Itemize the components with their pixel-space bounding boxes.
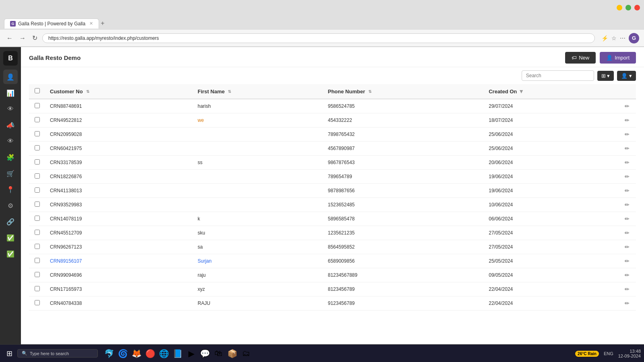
row-checkbox[interactable] xyxy=(35,103,40,108)
import-button[interactable]: 👤 Import xyxy=(600,52,636,64)
tab-close-button[interactable]: ✕ xyxy=(89,21,93,26)
new-tab-button[interactable]: + xyxy=(101,20,104,27)
browser-chrome: G Galla Resto | Powered by Galla ✕ + ← →… xyxy=(0,0,644,47)
search-input[interactable] xyxy=(522,70,594,81)
close-button[interactable] xyxy=(634,5,640,10)
taskbar-chrome[interactable]: 🌐 xyxy=(157,347,170,360)
row-checkbox[interactable] xyxy=(35,230,40,235)
edit-icon[interactable]: ✏ xyxy=(625,159,630,166)
row-checkbox[interactable] xyxy=(35,159,40,165)
phone-number-header[interactable]: Phone Number ⇅ xyxy=(323,84,484,99)
back-button[interactable]: ← xyxy=(5,34,14,43)
taskbar-opera[interactable]: 🔴 xyxy=(144,347,157,360)
edit-icon[interactable]: ✏ xyxy=(625,230,630,236)
edit-icon[interactable]: ✏ xyxy=(625,187,630,194)
edit-icon[interactable]: ✏ xyxy=(625,216,630,222)
row-checkbox[interactable] xyxy=(35,131,40,136)
taskbar-youtube[interactable]: ▶ xyxy=(185,347,198,360)
taskbar-app3[interactable]: 🗂 xyxy=(239,347,252,360)
sidebar-item-integrations[interactable]: 🧩 xyxy=(3,150,18,165)
sidebar-item-tasks[interactable]: ✅ xyxy=(3,230,18,245)
row-checkbox-cell xyxy=(29,142,45,156)
sidebar-item-locations[interactable]: 📍 xyxy=(3,182,18,197)
row-checkbox[interactable] xyxy=(35,286,40,291)
row-checkbox[interactable] xyxy=(35,117,40,122)
taskbar-facebook[interactable]: 📘 xyxy=(171,347,184,360)
sidebar-item-done[interactable]: ✅ xyxy=(3,247,18,261)
edit-icon[interactable]: ✏ xyxy=(625,244,630,250)
row-checkbox[interactable] xyxy=(35,145,40,150)
customer-no-cell: CRN18226876 xyxy=(45,170,193,184)
new-button[interactable]: 🏷 New xyxy=(565,52,596,64)
first-name-cell: k xyxy=(193,212,323,226)
reload-button[interactable]: ↻ xyxy=(31,33,39,43)
edit-icon[interactable]: ✏ xyxy=(625,272,630,278)
edit-icon[interactable]: ✏ xyxy=(625,103,630,109)
sidebar-item-settings[interactable]: ⚙ xyxy=(3,198,18,213)
window-controls xyxy=(617,5,640,10)
extensions-icon[interactable]: ⚡ xyxy=(601,35,608,41)
created-on-filter-icon[interactable]: ▼ xyxy=(518,88,524,95)
phone-cell: 7898765432 xyxy=(323,128,484,142)
app-logo[interactable]: B xyxy=(3,51,18,66)
edit-icon[interactable]: ✏ xyxy=(625,300,630,306)
taskbar-skype[interactable]: 💬 xyxy=(198,347,211,360)
sidebar-item-orders[interactable]: 🛒 xyxy=(3,166,18,181)
settings-icon[interactable]: ⋯ xyxy=(620,35,625,41)
first-name-header[interactable]: First Name ⇅ xyxy=(193,84,323,99)
view-toggle-button[interactable]: ⊞ ▾ xyxy=(597,71,614,81)
row-checkbox[interactable] xyxy=(35,187,40,193)
taskbar-lang: ENG xyxy=(604,351,613,356)
edit-icon[interactable]: ✏ xyxy=(625,202,630,208)
created-on-cell: 19/06/2024 xyxy=(484,184,620,198)
url-input[interactable] xyxy=(42,33,595,43)
edit-icon[interactable]: ✏ xyxy=(625,145,630,152)
customer-no-header[interactable]: Customer No ⇅ xyxy=(45,84,193,99)
select-all-checkbox[interactable] xyxy=(35,88,40,93)
customer-no-cell: CRN20959028 xyxy=(45,128,193,142)
profile-avatar[interactable]: G xyxy=(629,33,639,43)
sidebar-item-view[interactable]: 👁 xyxy=(3,102,18,116)
browser-toolbar: ⚡ ☆ ⋯ G xyxy=(601,33,639,43)
created-on-cell: 29/07/2024 xyxy=(484,99,620,113)
minimize-button[interactable] xyxy=(617,5,622,10)
created-on-header[interactable]: Created On ▼ xyxy=(484,84,620,99)
bookmark-icon[interactable]: ☆ xyxy=(611,35,617,41)
edit-icon[interactable]: ✏ xyxy=(625,117,630,123)
maximize-button[interactable] xyxy=(625,5,631,10)
sidebar-item-analytics[interactable]: 📊 xyxy=(3,86,18,100)
table-controls: ⊞ ▾ 👤 ▾ xyxy=(21,67,644,84)
taskbar-store[interactable]: 🛍 xyxy=(212,347,225,360)
taskbar-files[interactable]: 🐬 xyxy=(103,347,116,360)
active-tab[interactable]: G Galla Resto | Powered by Galla ✕ xyxy=(4,19,99,29)
row-checkbox[interactable] xyxy=(35,202,40,207)
row-checkbox[interactable] xyxy=(35,173,40,179)
row-checkbox[interactable] xyxy=(35,216,40,221)
sidebar-item-reports[interactable]: 👁 xyxy=(3,134,18,148)
sidebar-item-promotions[interactable]: 📣 xyxy=(3,118,18,132)
taskbar-firefox[interactable]: 🦊 xyxy=(130,347,143,360)
edit-icon[interactable]: ✏ xyxy=(625,286,630,292)
table-row: CRN45512709 sku 1235621235 27/05/2024 ✏ xyxy=(29,226,636,240)
sidebar-item-links[interactable]: 🔗 xyxy=(3,214,18,229)
taskbar-edge[interactable]: 🌀 xyxy=(116,347,129,360)
row-checkbox[interactable] xyxy=(35,258,40,263)
taskbar-search-box[interactable]: 🔍 Type here to search xyxy=(17,349,98,358)
select-all-header xyxy=(29,84,45,99)
app-wrapper: B 👤 📊 👁 📣 👁 🧩 🛒 📍 ⚙ 🔗 ✅ ✅ Galla Resto De… xyxy=(0,47,644,344)
row-checkbox[interactable] xyxy=(35,300,40,305)
taskbar-app2[interactable]: 📦 xyxy=(226,347,239,360)
clock-date: 12-09-2024 xyxy=(618,354,641,358)
start-button[interactable]: ⊞ xyxy=(3,348,16,360)
table-row: CRN49522812 we 454332222 18/07/2024 ✏ xyxy=(29,113,636,128)
forward-button[interactable]: → xyxy=(18,34,27,43)
edit-cell: ✏ xyxy=(620,268,636,282)
row-checkbox[interactable] xyxy=(35,272,40,277)
row-checkbox[interactable] xyxy=(35,244,40,249)
edit-icon[interactable]: ✏ xyxy=(625,131,630,138)
address-bar: ← → ↻ ⚡ ☆ ⋯ G xyxy=(0,30,644,47)
sidebar-item-dashboard[interactable]: 👤 xyxy=(3,70,18,84)
edit-icon[interactable]: ✏ xyxy=(625,258,630,264)
edit-icon[interactable]: ✏ xyxy=(625,173,630,180)
filter-button[interactable]: 👤 ▾ xyxy=(617,71,636,81)
